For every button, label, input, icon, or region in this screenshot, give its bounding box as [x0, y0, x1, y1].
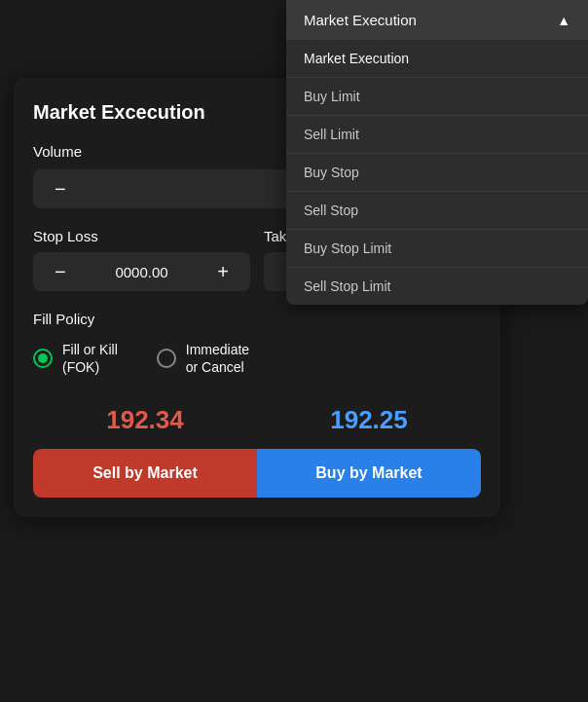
volume-decrement-button[interactable]: − [47, 179, 74, 199]
dropdown-item-buy-stop[interactable]: Buy Stop [286, 154, 588, 192]
dropdown-item-sell-stop[interactable]: Sell Stop [286, 192, 588, 230]
radio-option-ioc[interactable]: Immediateor Cancel [157, 341, 249, 376]
dropdown-header-text: Market Execution [304, 12, 417, 28]
price-row: 192.34 192.25 [33, 405, 481, 435]
dropdown-header[interactable]: Market Execution ▲ [286, 0, 588, 40]
dropdown-item-buy-limit[interactable]: Buy Limit [286, 78, 588, 116]
fill-policy-label: Fill Policy [33, 311, 481, 327]
dropdown-item-buy-stop-limit[interactable]: Buy Stop Limit [286, 230, 588, 268]
buy-by-market-button[interactable]: Buy by Market [257, 449, 481, 498]
stop-loss-input-row: − 0000.00 + [33, 252, 250, 291]
dropdown-item-sell-limit[interactable]: Sell Limit [286, 116, 588, 154]
stop-loss-decrement-button[interactable]: − [47, 262, 74, 281]
dropdown-item-sell-stop-limit[interactable]: Sell Stop Limit [286, 268, 588, 305]
radio-ioc-circle[interactable] [157, 349, 176, 368]
order-type-dropdown[interactable]: Market Execution ▲ Market Execution Buy … [286, 0, 588, 305]
action-buttons: Sell by Market Buy by Market [33, 449, 481, 498]
radio-option-fok[interactable]: Fill or Kill(FOK) [33, 341, 118, 376]
sell-by-market-button[interactable]: Sell by Market [33, 449, 257, 498]
stop-loss-label: Stop Loss [33, 228, 250, 244]
radio-row: Fill or Kill(FOK) Immediateor Cancel [33, 341, 481, 376]
stop-loss-increment-button[interactable]: + [209, 262, 237, 281]
sell-price: 192.34 [106, 405, 184, 435]
stop-loss-group: Stop Loss − 0000.00 + [33, 228, 250, 291]
chevron-up-icon: ▲ [557, 13, 570, 28]
stop-loss-value: 0000.00 [74, 264, 210, 280]
buy-price: 192.25 [330, 405, 408, 435]
radio-fok-label: Fill or Kill(FOK) [62, 341, 118, 376]
radio-ioc-label: Immediateor Cancel [186, 341, 249, 376]
radio-fok-circle[interactable] [33, 349, 53, 368]
dropdown-item-market-execution[interactable]: Market Execution [286, 40, 588, 78]
